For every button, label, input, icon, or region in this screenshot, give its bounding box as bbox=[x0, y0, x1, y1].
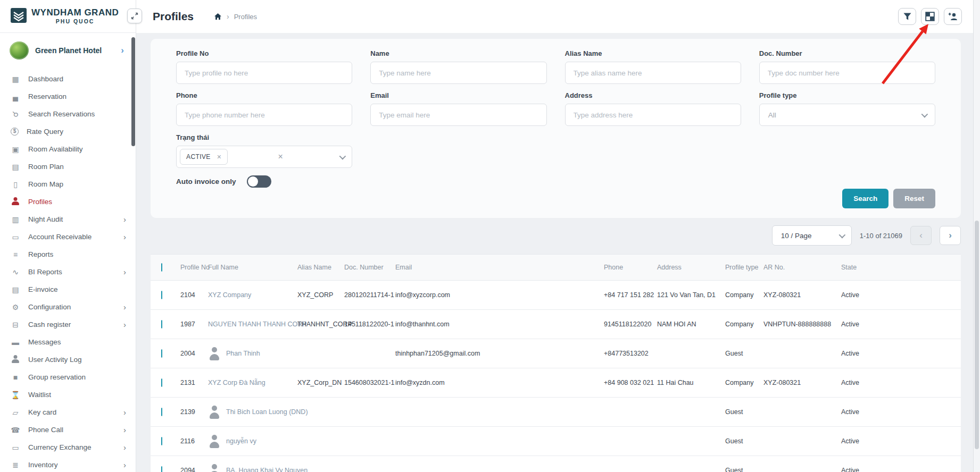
sidebar-item-room-map[interactable]: ▯Room Map bbox=[0, 175, 136, 193]
name-input[interactable] bbox=[370, 62, 546, 84]
sidebar-item-label: Room Plan bbox=[28, 163, 64, 171]
breadcrumb: › Profiles bbox=[214, 12, 257, 21]
profile-no-input[interactable] bbox=[176, 62, 352, 84]
add-person-icon bbox=[948, 12, 958, 21]
row-checkbox[interactable] bbox=[161, 437, 162, 445]
invoice-doc-icon: ▤ bbox=[11, 285, 20, 294]
hotel-name: Green Planet Hotel bbox=[35, 46, 114, 55]
hotel-selector[interactable]: Green Planet Hotel › bbox=[0, 33, 136, 67]
row-checkbox[interactable] bbox=[161, 466, 162, 472]
sidebar-item-phone-call[interactable]: ☎Phone Call› bbox=[0, 421, 136, 439]
chevron-right-icon: › bbox=[123, 425, 126, 434]
breadcrumb-current[interactable]: Profiles bbox=[234, 13, 257, 21]
email-input[interactable] bbox=[370, 104, 546, 126]
sidebar-item-bi-reports[interactable]: ∿BI Reports› bbox=[0, 263, 136, 281]
profile-name-link[interactable]: XYZ Company bbox=[208, 291, 251, 299]
sidebar-item-label: User Activity Log bbox=[28, 356, 82, 364]
table-body: 2104 XYZ Company XYZ_CORP 280120211714-1… bbox=[151, 281, 961, 472]
col-profile-type: Profile type bbox=[725, 264, 763, 271]
sidebar-item-cash-register[interactable]: ⊟Cash register› bbox=[0, 316, 136, 333]
sidebar-item-profiles[interactable]: Profiles bbox=[0, 193, 136, 210]
sidebar-item-dashboard[interactable]: ▦Dashboard bbox=[0, 70, 136, 88]
sidebar-item-configuration[interactable]: ⚙Configuration› bbox=[0, 298, 136, 316]
filter-label: Alias Name bbox=[565, 49, 741, 57]
sidebar-item-label: Night Audit bbox=[28, 215, 63, 223]
profile-name-link[interactable]: BA. Hoang Khai Vy Nguyen bbox=[226, 467, 308, 472]
profile-name-link[interactable]: nguyễn vy bbox=[226, 437, 256, 445]
profile-name-link[interactable]: NGUYEN THANH THANH CORP bbox=[208, 321, 307, 328]
clear-all-icon[interactable]: × bbox=[278, 152, 283, 162]
status-multiselect[interactable]: ACTIVE × × bbox=[176, 146, 352, 168]
sidebar-item-label: Cash register bbox=[28, 321, 71, 328]
add-profile-button[interactable] bbox=[944, 8, 962, 25]
sidebar-item-room-plan[interactable]: ▤Room Plan bbox=[0, 158, 136, 175]
sidebar-item-reservation[interactable]: ▄Reservation bbox=[0, 88, 136, 105]
sidebar-collapse-button[interactable] bbox=[127, 9, 142, 23]
filter-profile-type: Profile type All bbox=[759, 91, 935, 126]
reset-button[interactable]: Reset bbox=[893, 189, 935, 208]
tag-remove-icon[interactable]: × bbox=[217, 153, 222, 161]
sidebar-item-waitlist[interactable]: ⌛Waitlist bbox=[0, 386, 136, 403]
funnel-icon bbox=[903, 12, 912, 21]
filter-label: Name bbox=[370, 49, 546, 57]
sidebar-item-label: Group reservation bbox=[28, 373, 86, 381]
logo-area: WYNDHAM GRAND PHU QUOC bbox=[0, 0, 136, 33]
sidebar-item-user-activity-log[interactable]: User Activity Log bbox=[0, 351, 136, 368]
filter-label: Address bbox=[565, 91, 741, 99]
sidebar-item-key-card[interactable]: ▱Key card› bbox=[0, 403, 136, 421]
cell-profile-no: 2131 bbox=[180, 379, 208, 386]
cell-email: thinhphan71205@gmail.com bbox=[395, 350, 604, 357]
doc-number-input[interactable] bbox=[759, 62, 935, 84]
line-chart-icon: ∿ bbox=[11, 268, 20, 276]
select-all-checkbox[interactable] bbox=[161, 263, 162, 272]
next-page-button[interactable]: › bbox=[940, 226, 961, 245]
search-button[interactable]: Search bbox=[842, 189, 888, 208]
table-header-row: Profile No Full Name Alias Name Doc. Num… bbox=[151, 254, 961, 281]
profile-name-link[interactable]: Thi Bich Loan Luong (DND) bbox=[226, 408, 308, 416]
sidebar-item-search-reservations[interactable]: ⚲Search Reservations bbox=[0, 105, 136, 123]
sidebar-item-night-audit[interactable]: ▥Night Audit› bbox=[0, 210, 136, 228]
auto-invoice-toggle[interactable] bbox=[247, 175, 271, 188]
collapse-arrows-icon bbox=[131, 12, 138, 20]
briefcase-icon: ■ bbox=[11, 373, 20, 382]
phone-input[interactable] bbox=[176, 104, 352, 126]
sidebar-item-group-reservation[interactable]: ■Group reservation bbox=[0, 368, 136, 386]
sidebar-item-account-receivable[interactable]: ▭Account Receivable› bbox=[0, 228, 136, 246]
page-size-select[interactable]: 10 / Page bbox=[772, 225, 852, 246]
prev-page-button[interactable]: ‹ bbox=[910, 226, 932, 245]
profile-name-link[interactable]: Phan Thinh bbox=[226, 350, 260, 357]
brand-text: WYNDHAM GRAND PHU QUOC bbox=[31, 8, 119, 24]
home-icon[interactable] bbox=[214, 13, 222, 20]
row-checkbox[interactable] bbox=[161, 408, 162, 416]
sidebar-item-inventory[interactable]: ≣Inventory› bbox=[0, 456, 136, 472]
cell-state: Active bbox=[827, 321, 961, 328]
profile-name-link[interactable]: XYZ Corp Đà Nẵng bbox=[208, 379, 265, 386]
sidebar-item-rate-query[interactable]: $Rate Query bbox=[0, 123, 136, 140]
table-row: 2131 XYZ Corp Đà Nẵng XYZ_Corp_DN 154608… bbox=[151, 368, 961, 398]
table-row: 2004 Phan Thinh thinhphan71205@gmail.com… bbox=[151, 339, 961, 368]
layout-button[interactable] bbox=[921, 8, 939, 25]
sidebar-item-messages[interactable]: ▬Messages bbox=[0, 333, 136, 351]
status-tag: ACTIVE × bbox=[180, 149, 228, 165]
alias-name-input[interactable] bbox=[565, 62, 741, 84]
sidebar-item-e-invoice[interactable]: ▤E-invoice bbox=[0, 281, 136, 298]
row-checkbox[interactable] bbox=[161, 378, 162, 387]
profile-type-select[interactable]: All bbox=[759, 104, 935, 126]
sidebar-item-room-availability[interactable]: ▣Room Availability bbox=[0, 140, 136, 158]
scrollbar-thumb[interactable] bbox=[975, 221, 979, 449]
filter-button[interactable] bbox=[898, 8, 916, 25]
page-scrollbar[interactable] bbox=[973, 0, 980, 472]
calendar-icon: ▣ bbox=[11, 145, 20, 154]
cell-phone: +84 717 151 282 bbox=[604, 291, 657, 299]
chevron-right-icon: › bbox=[123, 408, 126, 417]
row-checkbox[interactable] bbox=[161, 291, 162, 299]
sidebar-item-currency-exchange[interactable]: ▭Currency Exchange› bbox=[0, 439, 136, 456]
sidebar-scrollbar[interactable] bbox=[131, 37, 135, 146]
sidebar-item-reports[interactable]: ≡Reports bbox=[0, 246, 136, 263]
chevron-down-icon bbox=[921, 111, 928, 117]
sidebar-item-label: Currency Exchange bbox=[28, 443, 92, 451]
row-checkbox[interactable] bbox=[161, 320, 162, 328]
cell-email: info@xyzcorp.com bbox=[395, 291, 604, 299]
address-input[interactable] bbox=[565, 104, 741, 126]
row-checkbox[interactable] bbox=[161, 349, 162, 358]
